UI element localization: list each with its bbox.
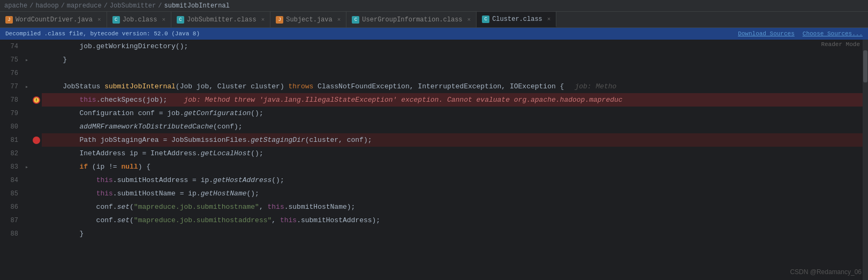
code-line-74: 74 job.getWorkingDirectory(); <box>0 40 868 53</box>
breakpoint-gutter-79[interactable] <box>31 107 42 120</box>
fold-gutter-77[interactable]: ▸ <box>22 80 31 93</box>
code-content-75: } <box>42 53 868 66</box>
line-number-75: 75 <box>0 53 22 66</box>
code-area: Reader Mode74 job.getWorkingDirectory();… <box>0 40 868 280</box>
tab-icon-cluster: C <box>482 16 489 23</box>
tab-label-jobsubmitter: JobSubmitter.class <box>187 16 256 24</box>
breakpoint-gutter-76[interactable] <box>31 66 42 80</box>
line-number-85: 85 <box>0 187 22 200</box>
tab-usergroupinfo[interactable]: C UserGroupInformation.class × <box>346 12 477 27</box>
code-content-87: conf.set("mapreduce.job.submithostaddres… <box>42 214 868 227</box>
line-number-84: 84 <box>0 173 22 187</box>
fold-gutter-88 <box>22 227 31 240</box>
breadcrumb-bar: apache / hadoop / mapreduce / JobSubmitt… <box>0 0 868 12</box>
breakpoint-gutter-78[interactable]: ! <box>31 93 42 107</box>
tab-wordcountdriver[interactable]: J WordCountDriver.java × <box>0 12 107 27</box>
breakpoint-gutter-82[interactable] <box>31 147 42 160</box>
breakpoint-gutter-81[interactable] <box>31 133 42 147</box>
fold-gutter-82 <box>22 147 31 160</box>
code-line-87: 87 conf.set("mapreduce.job.submithostadd… <box>0 214 868 227</box>
tab-jobsubmitter[interactable]: C JobSubmitter.class × <box>171 12 270 27</box>
breakpoint-81[interactable] <box>33 137 40 144</box>
close-tab-wordcountdriver[interactable]: × <box>97 17 101 23</box>
fold-gutter-81 <box>22 133 31 147</box>
breakpoint-gutter-83[interactable] <box>31 160 42 173</box>
tab-icon-usergroupinfo: C <box>352 16 359 24</box>
scrollbar-thumb[interactable] <box>863 50 867 82</box>
code-content-81: Path jobStagingArea = JobSubmissionFiles… <box>42 133 868 147</box>
line-number-79: 79 <box>0 107 22 120</box>
tab-label-subject: Subject.java <box>286 16 332 24</box>
code-line-83: 83▸ if (ip != null) { <box>0 160 868 173</box>
close-tab-usergroupinfo[interactable]: × <box>467 17 471 23</box>
code-line-77: 77▸ JobStatus submitJobInternal(Job job,… <box>0 80 868 93</box>
tab-label-job: Job.class <box>123 16 157 24</box>
code-content-79: Configuration conf = job.getConfiguratio… <box>42 107 868 120</box>
fold-gutter-80 <box>22 120 31 133</box>
breadcrumb-submitjobinternal: submitJobInternal <box>164 2 229 10</box>
info-bar: Decompiled .class file, bytecode version… <box>0 28 868 40</box>
fold-gutter-79 <box>22 107 31 120</box>
tab-icon-job: C <box>112 16 120 24</box>
code-line-78: 78! this.checkSpecs(job); job: Method th… <box>0 93 868 107</box>
close-tab-jobsubmitter[interactable]: × <box>261 17 265 23</box>
fold-gutter-74 <box>22 40 31 53</box>
breakpoint-gutter-75[interactable] <box>31 53 42 66</box>
code-content-76 <box>42 66 868 80</box>
code-line-76: 76 <box>0 66 868 80</box>
fold-gutter-78 <box>22 93 31 107</box>
csdn-watermark: CSDN @Redamancy_06 <box>790 268 862 276</box>
close-tab-subject[interactable]: × <box>337 17 341 23</box>
code-line-85: 85 this.submitHostName = ip.getHostName(… <box>0 187 868 200</box>
code-content-84: this.submitHostAddress = ip.getHostAddre… <box>42 173 868 187</box>
tab-subject[interactable]: J Subject.java × <box>270 12 346 27</box>
code-content-74: job.getWorkingDirectory(); <box>42 40 868 53</box>
tab-cluster[interactable]: C Cluster.class × <box>477 12 556 27</box>
code-content-82: InetAddress ip = InetAddress.getLocalHos… <box>42 147 868 160</box>
fold-gutter-85 <box>22 187 31 200</box>
code-line-80: 80 addMRFrameworkToDistributedCache(conf… <box>0 120 868 133</box>
code-line-75: 75▸ } <box>0 53 868 66</box>
breakpoint-78[interactable]: ! <box>33 96 40 104</box>
breadcrumb-hadoop[interactable]: hadoop <box>35 2 58 10</box>
line-number-80: 80 <box>0 120 22 133</box>
tab-icon-jobsubmitter: C <box>177 16 184 24</box>
line-number-83: 83 <box>0 160 22 173</box>
tab-label-cluster: Cluster.class <box>492 16 542 23</box>
breakpoint-gutter-77[interactable] <box>31 80 42 93</box>
breadcrumb-mapreduce[interactable]: mapreduce <box>67 2 102 10</box>
close-tab-cluster[interactable]: × <box>547 16 551 22</box>
breakpoint-gutter-84[interactable] <box>31 173 42 187</box>
code-line-86: 86 conf.set("mapreduce.job.submithostnam… <box>0 200 868 214</box>
code-line-84: 84 this.submitHostAddress = ip.getHostAd… <box>0 173 868 187</box>
line-number-87: 87 <box>0 214 22 227</box>
breadcrumb-apache[interactable]: apache <box>4 2 27 10</box>
breakpoint-gutter-85[interactable] <box>31 187 42 200</box>
code-content-78: this.checkSpecs(job); job: Method threw … <box>42 93 868 107</box>
close-tab-job[interactable]: × <box>162 17 165 23</box>
code-line-82: 82 InetAddress ip = InetAddress.getLocal… <box>0 147 868 160</box>
fold-gutter-84 <box>22 173 31 187</box>
fold-gutter-75[interactable]: ▸ <box>22 53 31 66</box>
breakpoint-gutter-87[interactable] <box>31 214 42 227</box>
code-content-86: conf.set("mapreduce.job.submithostname",… <box>42 200 868 214</box>
scrollbar[interactable] <box>863 40 868 280</box>
tab-label-usergroupinfo: UserGroupInformation.class <box>362 16 462 24</box>
fold-gutter-83[interactable]: ▸ <box>22 160 31 173</box>
breakpoint-gutter-88[interactable] <box>31 227 42 240</box>
warning-dot-78: ! <box>34 97 39 103</box>
breakpoint-gutter-80[interactable] <box>31 120 42 133</box>
code-content-88: } <box>42 227 868 240</box>
tab-job[interactable]: C Job.class × <box>107 12 171 27</box>
code-content-77: JobStatus submitJobInternal(Job job, Clu… <box>42 80 868 93</box>
line-number-81: 81 <box>0 133 22 147</box>
tab-label-wordcountdriver: WordCountDriver.java <box>16 16 93 24</box>
code-line-81: 81 Path jobStagingArea = JobSubmissionFi… <box>0 133 868 147</box>
breakpoint-gutter-86[interactable] <box>31 200 42 214</box>
breakpoint-gutter-74[interactable] <box>31 40 42 53</box>
download-sources-link[interactable]: Download Sources <box>738 31 795 37</box>
tab-icon-subject: J <box>276 16 283 24</box>
line-number-76: 76 <box>0 66 22 80</box>
breadcrumb-jobsubmitter[interactable]: JobSubmitter <box>110 2 156 10</box>
choose-sources-link[interactable]: Choose Sources... <box>803 31 863 37</box>
